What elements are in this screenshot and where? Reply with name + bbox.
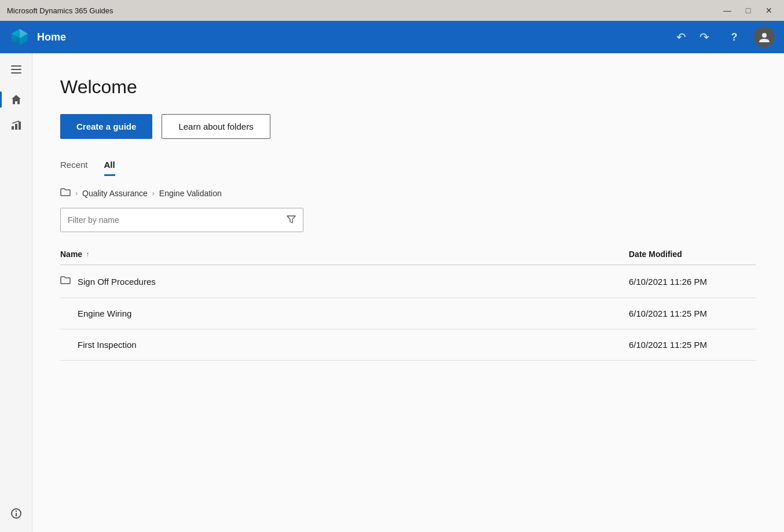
row-date: 6/10/2021 11:26 PM bbox=[629, 277, 756, 287]
table-row[interactable]: First Inspection 6/10/2021 11:25 PM bbox=[60, 329, 756, 361]
tabs: Recent All bbox=[60, 160, 756, 176]
table-header: Name ↑ Date Modified bbox=[60, 244, 756, 265]
app-logo-icon bbox=[9, 27, 30, 47]
folder-icon bbox=[60, 188, 71, 197]
create-guide-button[interactable]: Create a guide bbox=[60, 114, 152, 139]
row-name: First Inspection bbox=[60, 340, 629, 350]
app-name: Microsoft Dynamics 365 Guides bbox=[7, 6, 113, 15]
svg-rect-6 bbox=[11, 72, 21, 74]
hamburger-menu-button[interactable] bbox=[5, 58, 28, 81]
svg-rect-5 bbox=[11, 69, 21, 70]
breadcrumb-chevron-2: › bbox=[152, 189, 155, 197]
close-button[interactable]: ✕ bbox=[761, 2, 777, 19]
svg-rect-8 bbox=[15, 124, 17, 130]
analytics-icon bbox=[10, 119, 22, 131]
folder-row-icon bbox=[60, 276, 71, 285]
sidebar-item-info[interactable] bbox=[5, 502, 28, 525]
home-icon bbox=[10, 94, 22, 105]
row-date: 6/10/2021 11:25 PM bbox=[629, 309, 756, 318]
tab-recent[interactable]: Recent bbox=[60, 160, 88, 176]
filter-input-wrapper bbox=[60, 208, 303, 232]
sidebar bbox=[0, 53, 32, 532]
welcome-title: Welcome bbox=[60, 76, 756, 98]
breadcrumb-level1[interactable]: Quality Assurance bbox=[82, 189, 148, 198]
filter-icon bbox=[287, 215, 296, 226]
svg-rect-4 bbox=[11, 65, 21, 67]
column-header-name: Name ↑ bbox=[60, 250, 629, 259]
tab-all[interactable]: All bbox=[104, 160, 115, 176]
row-name: Engine Wiring bbox=[60, 309, 629, 318]
redo-button[interactable]: ↷ bbox=[694, 27, 715, 47]
breadcrumb-root[interactable] bbox=[60, 188, 71, 199]
sort-arrow-icon: ↑ bbox=[86, 250, 89, 258]
undo-button[interactable]: ↶ bbox=[671, 27, 691, 47]
svg-rect-12 bbox=[16, 511, 17, 512]
main-layout: Welcome Create a guide Learn about folde… bbox=[0, 53, 784, 532]
user-avatar-icon bbox=[758, 31, 771, 43]
column-header-date: Date Modified bbox=[629, 250, 756, 259]
action-buttons: Create a guide Learn about folders bbox=[60, 114, 756, 139]
filter-input[interactable] bbox=[68, 215, 287, 225]
hamburger-icon bbox=[11, 65, 21, 74]
svg-rect-9 bbox=[19, 122, 21, 130]
minimize-button[interactable]: — bbox=[719, 2, 735, 19]
app-title: Home bbox=[37, 31, 66, 43]
header-left: Home bbox=[9, 27, 66, 47]
table: Name ↑ Date Modified Sign Off Procedures… bbox=[60, 244, 756, 361]
app-header: Home ↶ ↷ ? bbox=[0, 21, 784, 53]
window-controls: — □ ✕ bbox=[719, 2, 777, 19]
svg-rect-7 bbox=[12, 126, 14, 130]
help-button[interactable]: ? bbox=[724, 27, 745, 47]
sidebar-bottom bbox=[5, 502, 28, 525]
row-date: 6/10/2021 11:25 PM bbox=[629, 340, 756, 350]
svg-point-3 bbox=[762, 33, 767, 38]
learn-folders-button[interactable]: Learn about folders bbox=[162, 114, 270, 139]
header-right: ↶ ↷ ? bbox=[671, 27, 775, 47]
breadcrumb: › Quality Assurance › Engine Validation bbox=[60, 188, 756, 199]
undo-redo-group: ↶ ↷ bbox=[671, 27, 715, 47]
svg-rect-11 bbox=[16, 513, 17, 516]
user-account-button[interactable] bbox=[754, 27, 775, 47]
row-name: Sign Off Procedures bbox=[60, 276, 629, 287]
breadcrumb-level2[interactable]: Engine Validation bbox=[159, 189, 222, 198]
content-area: Welcome Create a guide Learn about folde… bbox=[32, 53, 784, 532]
filter-container bbox=[60, 208, 756, 232]
sidebar-item-home[interactable] bbox=[5, 88, 28, 111]
info-icon bbox=[10, 508, 22, 519]
table-row[interactable]: Sign Off Procedures 6/10/2021 11:26 PM bbox=[60, 265, 756, 298]
maximize-button[interactable]: □ bbox=[740, 2, 756, 19]
title-bar: Microsoft Dynamics 365 Guides — □ ✕ bbox=[0, 0, 784, 21]
row-folder-icon bbox=[60, 276, 71, 287]
table-row[interactable]: Engine Wiring 6/10/2021 11:25 PM bbox=[60, 298, 756, 329]
sidebar-item-analytics[interactable] bbox=[5, 113, 28, 137]
breadcrumb-chevron-1: › bbox=[75, 189, 78, 197]
